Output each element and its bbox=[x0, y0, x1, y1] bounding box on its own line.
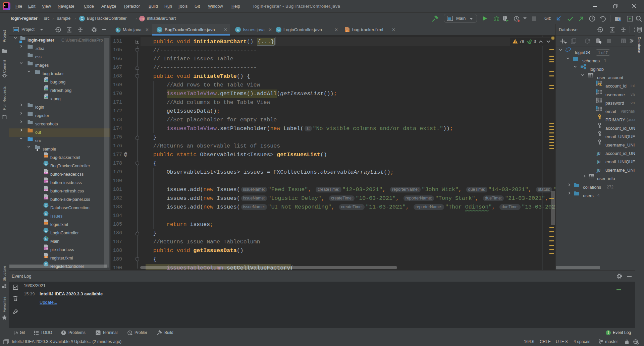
svg-text:C: C bbox=[45, 229, 47, 232]
svg-text:<>: <> bbox=[346, 30, 349, 33]
svg-text:C: C bbox=[45, 212, 47, 216]
svg-text:C: C bbox=[45, 162, 47, 165]
svg-text:C: C bbox=[45, 204, 47, 207]
